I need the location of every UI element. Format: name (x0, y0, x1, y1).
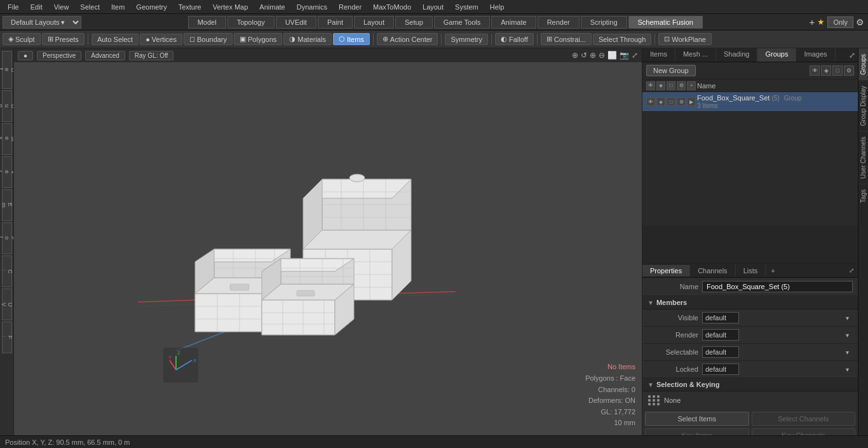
name-input[interactable] (702, 281, 853, 292)
eye-toggle-icon[interactable]: 👁 (810, 65, 820, 76)
add-props-tab-button[interactable]: + (766, 265, 780, 276)
menu-render[interactable]: Render (334, 2, 367, 12)
visible-select[interactable]: default on off (702, 312, 739, 323)
left-tool-mes[interactable]: Mes (2, 123, 12, 155)
new-group-button[interactable]: New Group (646, 65, 696, 76)
polygons-button[interactable]: ▣ Polygons (234, 33, 282, 45)
workplane-button[interactable]: ⊡ WorkPlane (658, 33, 712, 45)
menu-select[interactable]: Select (75, 2, 105, 12)
menu-edit[interactable]: Edit (25, 2, 48, 12)
auto-select-button[interactable]: Auto Select (92, 34, 139, 45)
star-icon[interactable]: ★ (817, 17, 825, 27)
left-tool-em[interactable]: Em (2, 189, 12, 221)
tab-layout[interactable]: Layout (354, 16, 394, 29)
menu-system[interactable]: System (450, 2, 484, 12)
menu-animate[interactable]: Animate (254, 2, 290, 12)
selection-keying-section-header[interactable]: ▼ Selection & Keying (642, 378, 858, 391)
constrai-button[interactable]: ⊞ Constrai... (541, 33, 592, 45)
row-expand-icon[interactable]: ▶ (687, 97, 696, 106)
tab-render[interactable]: Render (538, 16, 580, 29)
render-toggle-icon[interactable]: ◈ (821, 65, 831, 76)
lock-toggle-icon[interactable]: □ (832, 65, 843, 76)
row-settings-icon[interactable]: ⚙ (677, 97, 686, 106)
menu-dynamics[interactable]: Dynamics (292, 2, 332, 12)
lists-tab[interactable]: Lists (736, 265, 766, 276)
viewport-icon2[interactable]: ↺ (581, 51, 587, 60)
boundary-button[interactable]: ◻ Boundary (184, 33, 233, 45)
tab-game-tools[interactable]: Game Tools (434, 16, 491, 29)
perspective-button[interactable]: Perspective (37, 51, 81, 60)
left-tool-c[interactable]: C: (2, 255, 12, 287)
vtab-group-display[interactable]: Group Display (858, 80, 868, 131)
key-items-button[interactable]: Key Items (645, 428, 749, 435)
menu-maxtomodo[interactable]: MaxToModo (368, 2, 416, 12)
menu-item[interactable]: Item (106, 2, 130, 12)
left-tool-ver[interactable]: Ver (2, 156, 12, 188)
falloff-button[interactable]: ◐ Falloff (495, 33, 534, 45)
left-tool-dup[interactable]: Dup (2, 90, 12, 122)
advanced-button[interactable]: Advanced (85, 51, 125, 60)
group-row-food-box[interactable]: 👁 ◈ □ ⚙ ▶ Food_Box_Square_Set (5) Group … (642, 92, 858, 112)
props-panel-expand-icon[interactable]: ⤢ (845, 265, 858, 276)
select-channels-button[interactable]: Select Channels (752, 412, 856, 426)
scene-area[interactable]: X Y Z (14, 62, 642, 435)
row-lock-icon[interactable]: □ (667, 97, 675, 106)
tab-animate[interactable]: Animate (491, 16, 536, 29)
menu-geometry[interactable]: Geometry (131, 2, 172, 12)
render-select[interactable]: default on off (702, 329, 739, 341)
locked-select[interactable]: default on off (702, 363, 739, 375)
viewport-eye-button[interactable]: ● (18, 51, 33, 60)
members-section-header[interactable]: ▼ Members (642, 296, 858, 309)
tab-setup[interactable]: Setup (395, 16, 433, 29)
camera-icon[interactable]: 📷 (620, 51, 629, 60)
action-center-button[interactable]: ⊕ Action Center (377, 33, 438, 45)
add-layout-tab-button[interactable]: + (810, 17, 815, 27)
layout-selector[interactable]: Default Layouts ▾ (3, 16, 81, 29)
sculpt-button[interactable]: ◈ Sculpt (3, 33, 41, 45)
ray-gl-button[interactable]: Ray GL: Off (129, 51, 174, 60)
items-button[interactable]: ⬡ Items (333, 33, 370, 45)
vtab-groups[interactable]: Groups (858, 48, 868, 80)
tab-groups[interactable]: Groups (757, 48, 796, 62)
menu-help[interactable]: Help (485, 2, 510, 12)
properties-tab[interactable]: Properties (642, 265, 690, 276)
tab-model[interactable]: Model (188, 16, 226, 29)
left-tool-uv[interactable]: UV (2, 288, 12, 320)
tab-items-right[interactable]: Items (642, 48, 675, 62)
selectable-select[interactable]: default on off (702, 346, 739, 358)
only-button[interactable]: Only (827, 17, 853, 28)
row-eye-icon[interactable]: 👁 (646, 97, 655, 106)
settings-icon[interactable]: ⚙ (856, 17, 864, 27)
expand-icon[interactable]: ⤢ (632, 51, 638, 60)
presets-button[interactable]: ⊞ Presets (42, 33, 85, 45)
fit-icon[interactable]: ⬜ (607, 51, 617, 60)
tab-topology[interactable]: Topology (227, 16, 275, 29)
tab-scripting[interactable]: Scripting (581, 16, 627, 29)
tab-paint[interactable]: Paint (318, 16, 353, 29)
viewport[interactable]: ● Perspective Advanced Ray GL: Off ⊕ ↺ ⊕… (14, 48, 642, 435)
menu-texture[interactable]: Texture (173, 2, 207, 12)
symmetry-button[interactable]: Symmetry (445, 34, 488, 45)
menu-view[interactable]: View (49, 2, 74, 12)
vtab-tags[interactable]: Tags (858, 184, 868, 208)
key-channels-button[interactable]: Key Channels (752, 428, 856, 435)
tab-images[interactable]: Images (796, 48, 835, 62)
panel-expand-icon[interactable]: ⤢ (849, 51, 855, 60)
menu-layout[interactable]: Layout (417, 2, 449, 12)
tab-uvedit[interactable]: UVEdit (276, 16, 316, 29)
settings-toggle-icon[interactable]: ⚙ (844, 65, 854, 76)
row-render-icon[interactable]: ◈ (656, 97, 665, 106)
select-items-button[interactable]: Select Items (645, 412, 749, 426)
tab-mesh[interactable]: Mesh ... (675, 48, 716, 62)
left-tool-f[interactable]: F: (2, 322, 12, 353)
tab-schematic-fusion[interactable]: Schematic Fusion (628, 16, 703, 29)
tab-shading[interactable]: Shading (716, 48, 757, 62)
menu-vertex-map[interactable]: Vertex Map (208, 2, 254, 12)
left-tool-pol[interactable]: Pol (2, 222, 12, 254)
viewport-icon1[interactable]: ⊕ (572, 51, 578, 60)
channels-tab[interactable]: Channels (690, 265, 735, 276)
menu-file[interactable]: File (3, 2, 24, 12)
select-through-button[interactable]: Select Through (593, 34, 651, 45)
materials-button[interactable]: ◑ Materials (283, 33, 332, 45)
zoom-out-icon[interactable]: ⊖ (599, 51, 605, 60)
